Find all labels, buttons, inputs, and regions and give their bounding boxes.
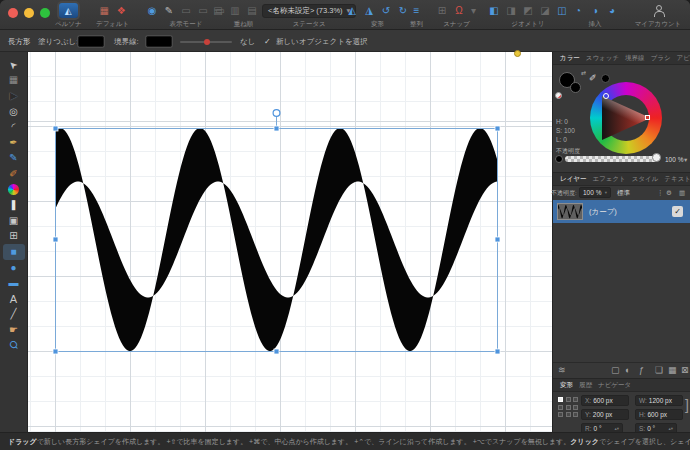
handle-mid-left[interactable] xyxy=(53,237,58,242)
move-to-front-icon[interactable]: ▤ xyxy=(212,3,224,18)
move-forward-icon[interactable]: ▥ xyxy=(229,3,241,18)
handle-bottom-right[interactable] xyxy=(495,349,500,354)
transparency-tool[interactable]: ❚ xyxy=(3,197,25,213)
studio-icon[interactable]: ≋ xyxy=(558,365,566,375)
text-tool[interactable]: A xyxy=(3,291,25,307)
snap-options-chevron-icon[interactable]: ▾ xyxy=(470,3,477,18)
retina-view-icon[interactable]: ▭ xyxy=(180,3,192,18)
opacity-chevron-icon[interactable]: ▾ xyxy=(684,156,687,164)
insert-top-icon[interactable]: ◑ xyxy=(589,3,601,18)
vector-view-icon[interactable]: ◉ xyxy=(146,3,158,18)
insert-inside-icon[interactable]: ◕ xyxy=(606,3,618,18)
stroke-color-well[interactable] xyxy=(570,82,581,93)
sl-marker[interactable] xyxy=(603,93,609,99)
boolean-subtract-icon[interactable]: ◨ xyxy=(505,3,517,18)
align-icon[interactable]: ≡ xyxy=(411,3,423,18)
layer-opacity-dropdown[interactable]: 100 % ▾ xyxy=(579,187,611,198)
tab-swatches[interactable]: スウォッチ xyxy=(583,54,622,63)
opacity-slider-knob[interactable] xyxy=(652,153,661,162)
more-icon[interactable]: ⋮ xyxy=(657,189,664,197)
pencil-tool[interactable]: ✎ xyxy=(3,151,25,167)
sine-wave-shape[interactable] xyxy=(55,128,497,351)
tab-color[interactable]: カラー xyxy=(557,54,583,63)
rounded-rectangle-tool[interactable]: ▬ xyxy=(3,275,25,291)
document-canvas[interactable] xyxy=(28,52,552,432)
move-tool[interactable]: ➤ xyxy=(3,57,25,73)
zoom-tool[interactable]: Ϙ xyxy=(3,338,25,354)
rectangle-tool[interactable]: ■ xyxy=(3,244,25,260)
tab-appearance[interactable]: アピアランス xyxy=(674,54,690,63)
defaults-icon[interactable]: ❖ xyxy=(115,3,127,18)
place-image-tool[interactable]: ▣ xyxy=(3,213,25,229)
color-picker-icon[interactable]: ✐ xyxy=(589,73,597,83)
fx-icon[interactable]: ƒ xyxy=(639,365,644,375)
minimize-window-button[interactable] xyxy=(24,8,34,18)
gear-icon[interactable]: ⚙ xyxy=(666,189,672,197)
handle-top-right[interactable] xyxy=(495,126,500,131)
handle-bottom-center[interactable] xyxy=(274,349,279,354)
mask-icon[interactable]: ▢ xyxy=(611,365,620,375)
boolean-add-icon[interactable]: ◧ xyxy=(488,3,500,18)
rotate-cw-icon[interactable]: ↻ xyxy=(397,3,409,18)
stepper-icon[interactable]: ▴▾ xyxy=(668,426,673,431)
boolean-combine-icon[interactable]: ◫ xyxy=(556,3,568,18)
opacity-slider[interactable] xyxy=(565,156,657,162)
boolean-intersect-icon[interactable]: ◩ xyxy=(522,3,534,18)
document-dropdown[interactable]: <名称未設定> (73.3%) ▾ xyxy=(262,4,356,18)
layer-row[interactable]: (カーブ) ✓ xyxy=(553,200,690,223)
flip-vertical-icon[interactable]: ◮ xyxy=(363,3,375,18)
rotation-handle[interactable] xyxy=(273,110,280,117)
select-new-checkbox[interactable]: ✓ xyxy=(264,37,271,46)
move-backward-icon[interactable]: ▤ xyxy=(246,3,258,18)
tab-history[interactable]: 履歴 xyxy=(576,381,595,390)
view-hand-tool[interactable]: ☛ xyxy=(3,322,25,338)
stepper-icon[interactable]: ▴▾ xyxy=(614,426,619,431)
fill-swatch[interactable] xyxy=(78,36,104,47)
snap-grid-icon[interactable]: ⊞ xyxy=(436,3,448,18)
tab-layers[interactable]: レイヤー xyxy=(557,175,589,184)
handle-top-center[interactable] xyxy=(274,126,279,131)
tab-text[interactable]: テキスト xyxy=(661,175,690,184)
pixel-view-icon[interactable]: ✎ xyxy=(163,3,175,18)
pen-tool[interactable]: ✒ xyxy=(3,135,25,151)
blend-mode-dropdown[interactable]: 標準 xyxy=(617,189,630,198)
stroke-swatch[interactable] xyxy=(146,36,172,47)
point-transform-tool[interactable]: ◎ xyxy=(3,104,25,120)
handle-bottom-left[interactable] xyxy=(53,349,58,354)
vector-crop-tool[interactable]: ⊞ xyxy=(3,229,25,245)
stroke-width-slider-knob[interactable] xyxy=(204,39,210,45)
outline-view-icon[interactable]: ▭ xyxy=(197,3,209,18)
rotate-ccw-icon[interactable]: ↺ xyxy=(380,3,392,18)
opacity-value[interactable]: 100 % xyxy=(665,156,683,163)
trash-icon[interactable]: ⊠ xyxy=(681,365,689,375)
vector-brush-tool[interactable]: ✐ xyxy=(3,166,25,182)
account-person-icon[interactable] xyxy=(653,5,664,16)
layer-name[interactable]: (カーブ) xyxy=(589,207,617,217)
adjustment-icon[interactable]: ◐ xyxy=(625,365,630,375)
tab-navigator[interactable]: ナビゲータ xyxy=(595,381,634,390)
flip-horizontal-icon[interactable]: ◭ xyxy=(346,3,358,18)
x-field[interactable]: X: 600 px xyxy=(581,395,629,406)
y-field[interactable]: Y: 200 px xyxy=(581,409,629,420)
color-picker-tool[interactable]: ╱ xyxy=(3,307,25,323)
hue-marker[interactable] xyxy=(645,115,650,120)
node-tool[interactable]: ▶ xyxy=(3,88,25,104)
color-sync-icon[interactable]: ▦ xyxy=(98,3,110,18)
swap-colors-icon[interactable]: ⇄ xyxy=(581,69,586,76)
close-window-button[interactable] xyxy=(8,8,18,18)
lock-icon[interactable]: ▥ xyxy=(679,189,685,197)
ellipse-tool[interactable]: ● xyxy=(3,260,25,276)
tab-styles[interactable]: スタイル xyxy=(629,175,662,184)
no-color-badge[interactable] xyxy=(555,92,562,99)
magnet-icon[interactable]: Ω xyxy=(453,3,465,18)
tab-transform[interactable]: 変形 xyxy=(557,381,576,390)
fill-gradient-tool[interactable] xyxy=(3,182,25,198)
boolean-divide-icon[interactable]: ◪ xyxy=(539,3,551,18)
w-field[interactable]: W: 1200 px xyxy=(635,395,683,406)
handle-mid-right[interactable] xyxy=(495,237,500,242)
stroke-width-slider[interactable] xyxy=(180,41,232,43)
aspect-link-bracket[interactable]: ] xyxy=(685,397,689,413)
insert-behind-icon[interactable]: ◔ xyxy=(572,3,584,18)
corner-tool[interactable]: ◜ xyxy=(3,119,25,135)
tab-effects[interactable]: エフェクト xyxy=(589,175,628,184)
